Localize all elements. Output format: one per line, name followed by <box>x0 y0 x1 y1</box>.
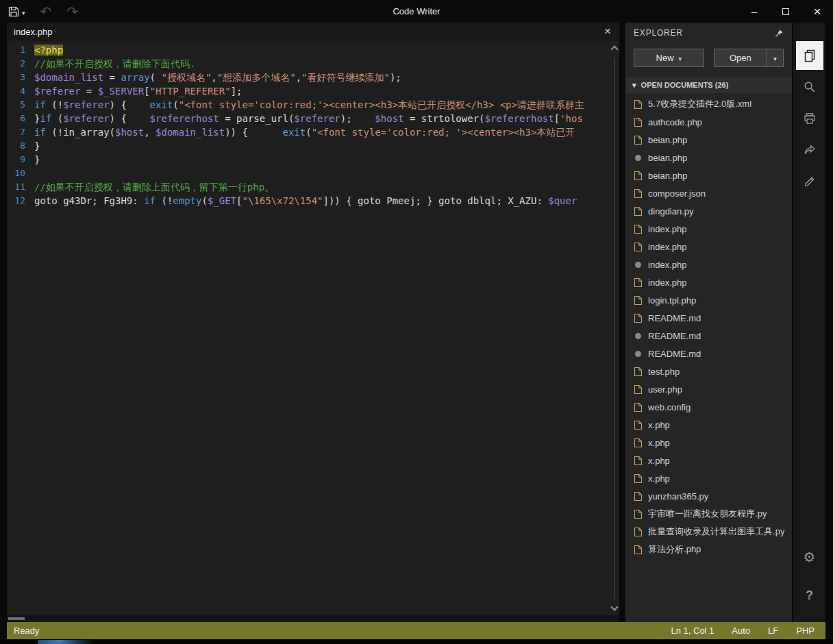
file-item[interactable]: x.php <box>625 469 792 487</box>
file-item[interactable]: index.php <box>625 273 792 291</box>
code-lines[interactable]: 1<?php2//如果不开启授权，请删除下面代码.3$domain_list =… <box>7 41 609 615</box>
code-line[interactable]: 1<?php <box>7 43 609 57</box>
print-button[interactable] <box>796 104 823 133</box>
code-token: "想添加多个域名" <box>217 72 296 83</box>
file-item[interactable]: README.md <box>625 345 792 362</box>
file-item[interactable]: login.tpl.php <box>625 291 792 309</box>
code-line[interactable]: 12goto g43Dr; Fg3H9: if (!empty($_GET["\… <box>7 194 609 208</box>
vertical-scrollbar[interactable] <box>609 41 619 615</box>
file-icon <box>633 527 643 537</box>
tab-close-icon[interactable] <box>604 25 611 38</box>
status-cursor-position[interactable]: Ln 1, Col 1 <box>671 626 714 636</box>
file-item[interactable]: 批量查询收录及计算出图率工具.py <box>625 523 792 541</box>
settings-button[interactable] <box>796 543 823 571</box>
scroll-up-icon[interactable] <box>610 45 618 53</box>
undo-button[interactable] <box>40 3 52 20</box>
code-editor[interactable]: 1<?php2//如果不开启授权，请删除下面代码.3$domain_list =… <box>7 41 619 615</box>
modified-dot-icon <box>633 262 643 268</box>
file-item[interactable]: authcode.php <box>625 113 792 131</box>
code-line[interactable]: 5if (!$referer) { exit("<font style='col… <box>7 98 609 112</box>
file-item[interactable]: beian.php <box>625 131 792 149</box>
code-token: , <box>211 72 216 83</box>
code-token: $host <box>375 113 403 124</box>
code-line[interactable]: 10 <box>7 166 609 180</box>
line-number: 12 <box>7 194 34 208</box>
code-line[interactable]: 9} <box>7 153 609 166</box>
code-token: ])) { goto Pmeej; } goto dblql; X_AZU: <box>323 195 549 206</box>
maximize-button[interactable] <box>770 0 801 23</box>
edit-button[interactable] <box>796 167 823 196</box>
file-icon <box>633 509 643 519</box>
activity-bar-bottom <box>796 543 823 622</box>
code-token: if <box>34 127 46 138</box>
code-token: $referer <box>294 113 340 124</box>
file-name: yunzhan365.py <box>648 491 708 501</box>
redo-button[interactable] <box>66 3 78 20</box>
file-item[interactable]: x.php <box>625 451 792 469</box>
documents-view-button[interactable] <box>796 41 823 70</box>
file-item[interactable]: x.php <box>625 434 792 451</box>
code-token: $quer <box>548 195 577 206</box>
file-item[interactable]: yunzhan365.py <box>625 487 792 505</box>
file-icon <box>633 224 643 234</box>
file-item[interactable]: x.php <box>625 416 792 434</box>
file-item[interactable]: index.php <box>625 256 792 273</box>
code-token: exit <box>282 127 306 138</box>
code-line[interactable]: 2//如果不开启授权，请删除下面代码. <box>7 57 609 71</box>
code-token: = strtolower( <box>404 113 485 124</box>
open-dropdown-button[interactable] <box>767 49 784 67</box>
horizontal-scrollbar[interactable] <box>7 615 619 622</box>
file-icon <box>633 367 643 377</box>
minimize-button[interactable] <box>738 0 770 23</box>
line-number: 10 <box>7 166 34 180</box>
file-item[interactable]: README.md <box>625 309 792 327</box>
code-text: //如果不开启授权，请删除下面代码. <box>34 57 195 71</box>
file-item[interactable]: 算法分析.php <box>625 541 792 558</box>
file-name: beian.php <box>648 171 687 181</box>
file-item[interactable]: README.md <box>625 327 792 345</box>
pin-icon[interactable] <box>775 29 784 38</box>
code-line[interactable]: 3$domain_list = array( "授权域名","想添加多个域名",… <box>7 71 609 84</box>
horizontal-scroll-thumb[interactable] <box>8 617 25 620</box>
share-button[interactable] <box>796 136 823 164</box>
open-documents-header[interactable]: OPEN DOCUMENTS (26) <box>625 77 792 93</box>
scrollbar-track[interactable] <box>614 58 615 599</box>
file-name: beian.php <box>648 153 687 163</box>
status-line-ending[interactable]: LF <box>768 626 778 636</box>
file-item[interactable]: user.php <box>625 380 792 398</box>
file-item[interactable]: dingdian.py <box>625 202 792 220</box>
status-language[interactable]: PHP <box>796 626 815 636</box>
close-icon <box>813 4 821 19</box>
help-button[interactable] <box>796 581 823 610</box>
code-line[interactable]: 6}if ($referer) { $refererhost = parse_u… <box>7 112 609 125</box>
scroll-down-icon[interactable] <box>610 603 618 610</box>
code-line[interactable]: 8} <box>7 139 609 153</box>
file-item[interactable]: index.php <box>625 220 792 238</box>
file-icon <box>633 117 643 127</box>
new-button[interactable]: New <box>634 49 704 67</box>
file-item[interactable]: web.config <box>625 398 792 416</box>
file-icon <box>633 206 643 216</box>
open-documents-label: OPEN DOCUMENTS (26) <box>641 81 729 89</box>
file-item[interactable]: 5.7收录提交插件2.0版.xml <box>625 95 792 113</box>
search-button[interactable] <box>796 73 823 101</box>
file-item[interactable]: 宇宙唯一距离找女朋友程序.py <box>625 505 792 523</box>
code-line[interactable]: 7if (!in_array($host, $domain_list)) { e… <box>7 125 609 139</box>
file-item[interactable]: index.php <box>625 238 792 256</box>
file-item[interactable]: beian.php <box>625 166 792 184</box>
file-icon <box>633 99 643 110</box>
close-button[interactable] <box>801 0 833 23</box>
file-icon <box>633 188 643 199</box>
open-button[interactable]: Open <box>714 49 767 67</box>
code-line[interactable]: 4$referer = $_SERVER["HTTP_REFERER"]; <box>7 84 609 98</box>
tab-index-php[interactable]: index.php <box>7 27 52 37</box>
code-line[interactable]: 11//如果不开启授权，请删除上面代码，留下第一行php。 <box>7 180 609 194</box>
file-item[interactable]: composer.json <box>625 184 792 202</box>
save-button[interactable] <box>8 5 25 18</box>
file-name: x.php <box>648 438 670 448</box>
modified-dot-icon <box>633 155 643 161</box>
file-item[interactable]: beian.php <box>625 149 792 166</box>
file-item[interactable]: test.php <box>625 362 792 380</box>
new-dropdown-caret-icon <box>679 53 682 63</box>
status-encoding[interactable]: Auto <box>732 626 750 636</box>
